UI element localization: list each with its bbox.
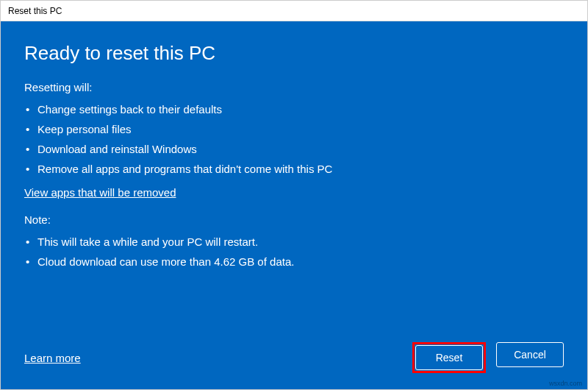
reset-pc-window: Reset this PC Ready to reset this PC Res… (0, 0, 588, 390)
list-item: Keep personal files (24, 119, 564, 139)
window-title: Reset this PC (8, 6, 62, 16)
reset-button[interactable]: Reset (415, 345, 483, 370)
list-item: Remove all apps and programs that didn't… (24, 159, 564, 179)
cancel-button-wrap: Cancel (496, 342, 564, 373)
list-item: Download and reinstall Windows (24, 139, 564, 159)
view-apps-link[interactable]: View apps that will be removed (24, 186, 564, 199)
content-area: Ready to reset this PC Resetting will: C… (1, 21, 587, 389)
learn-more-link[interactable]: Learn more (24, 352, 81, 364)
list-item: Cloud download can use more than 4.62 GB… (24, 252, 564, 272)
footer: Learn more Reset Cancel (24, 342, 564, 373)
watermark: wsxdn.com (549, 380, 582, 387)
titlebar: Reset this PC (1, 1, 587, 21)
list-item: This will take a while and your PC will … (24, 232, 564, 252)
resetting-will-label: Resetting will: (24, 81, 564, 93)
button-row: Reset Cancel (412, 342, 564, 373)
list-item: Change settings back to their defaults (24, 99, 564, 119)
cancel-button[interactable]: Cancel (496, 342, 564, 367)
reset-button-highlight: Reset (412, 342, 486, 373)
page-heading: Ready to reset this PC (24, 42, 564, 65)
resetting-will-list: Change settings back to their defaults K… (24, 99, 564, 179)
note-label: Note: (24, 213, 564, 226)
note-list: This will take a while and your PC will … (24, 232, 564, 272)
